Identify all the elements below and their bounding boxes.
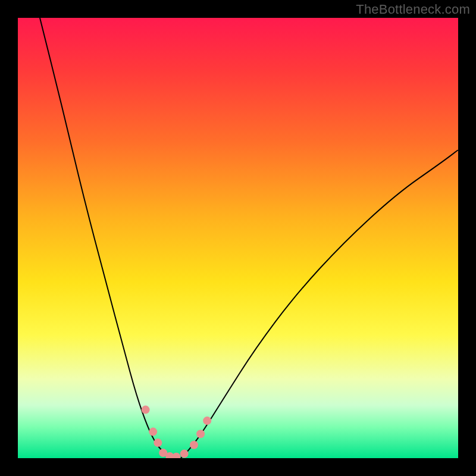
marker-0: [142, 406, 150, 414]
chart-svg: [18, 18, 458, 458]
marker-8: [196, 430, 205, 438]
marker-7: [190, 441, 198, 449]
marker-5: [172, 453, 180, 458]
marker-9: [203, 416, 211, 425]
watermark-text: TheBottleneck.com: [356, 2, 470, 17]
marker-6: [180, 450, 189, 458]
marker-1: [149, 428, 157, 436]
curve-left-branch: [40, 18, 172, 458]
markers-group: [142, 406, 212, 458]
curve-left-branch: [40, 18, 172, 458]
curve-right-branch: [181, 150, 458, 458]
marker-2: [154, 439, 162, 447]
chart-frame: TheBottleneck.com: [0, 0, 476, 476]
curve-right-branch: [181, 150, 458, 458]
chart-plot-area: [18, 18, 458, 458]
